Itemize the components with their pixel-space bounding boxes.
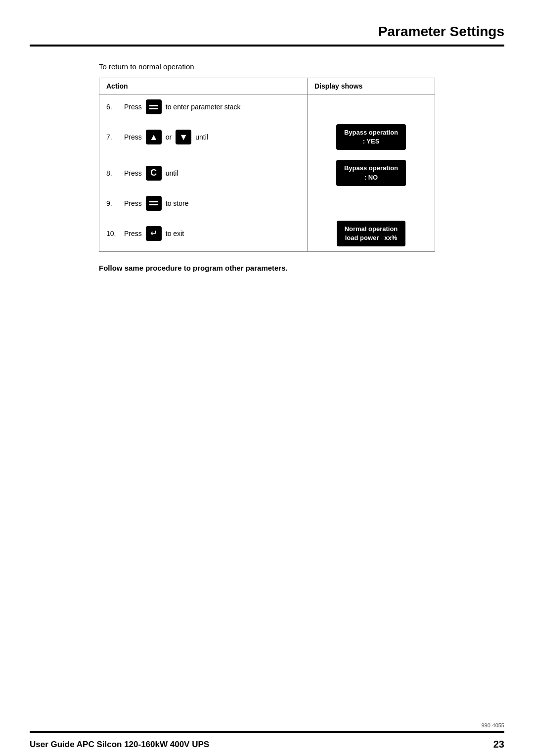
table-row: 6. Press to enter parameter stack [99,94,435,120]
badge-value-normal: load power xx% [345,234,398,242]
up-icon: ▲ [146,130,162,144]
action-cell-10: 10. Press ↵ to exit [99,216,308,252]
action-text-8: until [166,169,178,177]
press-label-6: Press [124,103,142,111]
badge-title-normal: Normal operation [345,225,398,234]
col-header-action: Action [99,78,308,94]
step-8: 8. [106,169,120,177]
display-cell-10: Normal operation load power xx% [307,216,435,252]
down-icon: ▼ [176,130,191,144]
intro-text: To return to normal operation [99,62,435,71]
param-icon-6 [146,99,162,114]
doc-number: 990-4055 [482,722,505,728]
action-cell-8: 8. Press C until [99,155,308,190]
action-text-7: until [195,133,208,141]
action-text-6: to enter parameter stack [166,103,241,111]
c-icon: C [146,166,162,181]
table-row: 10. Press ↵ to exit Normal operation loa… [99,216,435,252]
table-row: 9. Press to store [99,191,435,216]
action-text-9: to store [166,199,189,207]
page-number: 23 [493,739,504,750]
step-10: 10. [106,230,120,237]
or-text: or [166,133,172,141]
display-cell-8: Bypass operation : NO [307,155,435,190]
action-cell-7: 7. Press ▲ or ▼ until [99,119,308,155]
table-row: 8. Press C until Bypass operation : NO [99,155,435,190]
action-row-9: 9. Press to store [106,196,300,211]
action-row-6: 6. Press to enter parameter stack [106,99,300,114]
action-cell-9: 9. Press to store [99,191,308,216]
action-row-8: 8. Press C until [106,166,300,181]
step-6: 6. [106,103,120,111]
footer-guide-title: User Guide APC Silcon 120-160kW 400V UPS [30,740,209,750]
badge-title-yes: Bypass operation [344,128,398,137]
param-icon-9 [146,196,162,211]
display-cell-7: Bypass operation : YES [307,119,435,155]
footer: User Guide APC Silcon 120-160kW 400V UPS… [0,731,534,756]
badge-value-yes: : YES [344,137,398,146]
col-header-display: Display shows [307,78,435,94]
main-content: To return to normal operation Action Dis… [0,47,534,288]
badge-title-no: Bypass operation [344,164,398,173]
display-cell-9 [307,191,435,216]
step-7: 7. [106,133,120,141]
bar-top [149,105,158,106]
badge-value-no: : NO [344,173,398,182]
action-text-10: to exit [166,230,184,237]
normal-operation-badge: Normal operation load power xx% [337,221,406,246]
press-label-7: Press [124,133,142,141]
table-row: 7. Press ▲ or ▼ until Bypass operation :… [99,119,435,155]
enter-icon: ↵ [146,226,162,241]
bar-top [149,201,158,202]
page-title: Parameter Settings [0,0,534,45]
follow-text: Follow same procedure to program other p… [99,264,435,272]
bypass-yes-badge: Bypass operation : YES [336,124,406,150]
press-label-8: Press [124,169,142,177]
step-9: 9. [106,199,120,207]
press-label-9: Press [124,199,142,207]
parameter-table: Action Display shows 6. Press to ent [99,78,435,252]
bar-bottom [149,204,158,205]
bar-bottom [149,108,158,109]
footer-content: User Guide APC Silcon 120-160kW 400V UPS… [0,733,534,756]
press-label-10: Press [124,230,142,237]
action-cell-6: 6. Press to enter parameter stack [99,94,308,120]
display-cell-6 [307,94,435,120]
action-row-10: 10. Press ↵ to exit [106,226,300,241]
action-row-7: 7. Press ▲ or ▼ until [106,130,300,144]
bypass-no-badge: Bypass operation : NO [336,160,406,186]
